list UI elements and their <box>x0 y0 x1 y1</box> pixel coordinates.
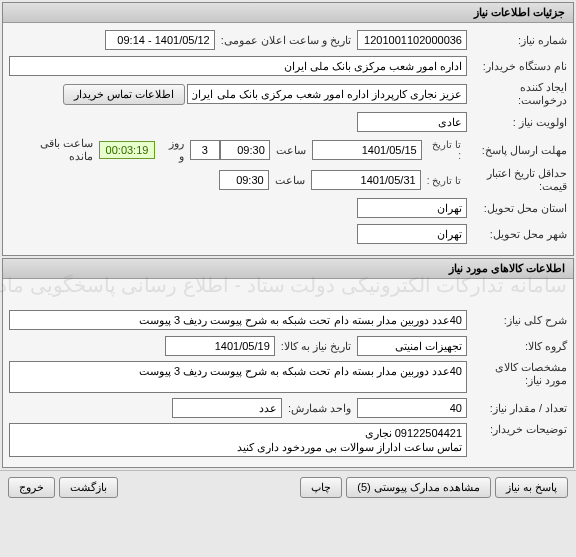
buyer-device-label: نام دستگاه خریدار: <box>467 60 567 73</box>
delivery-province-label: استان محل تحویل: <box>467 202 567 215</box>
need-number-label: شماره نیاز: <box>467 34 567 47</box>
validity-to-date-label: تا تاریخ : <box>421 175 467 186</box>
announce-datetime-field[interactable] <box>105 30 215 50</box>
need-info-header: جزئیات اطلاعات نیاز <box>3 3 573 23</box>
delivery-province-field[interactable] <box>357 198 467 218</box>
goods-info-header: اطلاعات کالاهای مورد نیاز <box>3 259 573 279</box>
need-priority-field[interactable] <box>357 112 467 132</box>
reply-to-date-field[interactable] <box>312 140 422 160</box>
need-priority-label: اولویت نیاز : <box>467 116 567 129</box>
qty-label: تعداد / مقدار نیاز: <box>467 402 567 415</box>
request-creator-field[interactable] <box>187 84 467 104</box>
buyer-notes-label: توضیحات خریدار: <box>467 423 567 436</box>
view-attachments-button[interactable]: مشاهده مدارک پیوستی (5) <box>346 477 491 498</box>
countdown-timer: 00:03:19 <box>99 141 156 159</box>
goods-specs-field[interactable] <box>9 361 467 393</box>
need-general-desc-label: شرح کلی نیاز: <box>467 314 567 327</box>
validity-time-label: ساعت <box>269 174 311 187</box>
reply-time-label: ساعت <box>270 144 312 157</box>
goods-specs-label: مشخصات کالای مورد نیاز: <box>467 361 567 387</box>
reply-to-need-button[interactable]: پاسخ به نیاز <box>495 477 568 498</box>
validity-min-label: حداقل تاریخ اعتبار قیمت: <box>467 167 567 193</box>
announce-datetime-label: تاریخ و ساعت اعلان عمومی: <box>215 34 357 47</box>
need-general-desc-field[interactable] <box>9 310 467 330</box>
validity-time-field[interactable] <box>219 170 269 190</box>
goods-info-body: سامانه تدارکات الکترونیکی دولت ستاد - اط… <box>3 279 573 467</box>
buyer-notes-field[interactable] <box>9 423 467 457</box>
count-unit-label: واحد شمارش: <box>282 402 357 415</box>
back-button[interactable]: بازگشت <box>59 477 118 498</box>
need-date-to-goods-field[interactable] <box>165 336 275 356</box>
need-number-field[interactable] <box>357 30 467 50</box>
days-label: روز و <box>155 137 189 163</box>
goods-info-panel: اطلاعات کالاهای مورد نیاز سامانه تدارکات… <box>2 258 574 468</box>
goods-group-label: گروه کالا: <box>467 340 567 353</box>
need-date-to-goods-label: تاریخ نیاز به کالا: <box>275 340 357 353</box>
days-remain-field <box>190 140 220 160</box>
request-creator-label: ایجاد کننده درخواست: <box>467 81 567 107</box>
remaining-label: ساعت باقی مانده <box>9 137 99 163</box>
need-info-panel: جزئیات اطلاعات نیاز شماره نیاز: تاریخ و … <box>2 2 574 256</box>
goods-group-field[interactable] <box>357 336 467 356</box>
reply-to-time-field[interactable] <box>220 140 270 160</box>
print-button[interactable]: چاپ <box>300 477 342 498</box>
qty-field[interactable] <box>357 398 467 418</box>
need-info-body: شماره نیاز: تاریخ و ساعت اعلان عمومی: نا… <box>3 23 573 255</box>
buyer-contact-button[interactable]: اطلاعات تماس خریدار <box>63 84 185 105</box>
exit-button[interactable]: خروج <box>8 477 55 498</box>
reply-deadline-label: مهلت ارسال پاسخ: <box>467 144 567 157</box>
delivery-city-field[interactable] <box>357 224 467 244</box>
footer-bar: پاسخ به نیاز مشاهده مدارک پیوستی (5) چاپ… <box>0 470 576 504</box>
validity-date-field[interactable] <box>311 170 421 190</box>
delivery-city-label: شهر محل تحویل: <box>467 228 567 241</box>
count-unit-field[interactable] <box>172 398 282 418</box>
to-date-label: تا تاریخ : <box>422 139 467 161</box>
buyer-device-field[interactable] <box>9 56 467 76</box>
